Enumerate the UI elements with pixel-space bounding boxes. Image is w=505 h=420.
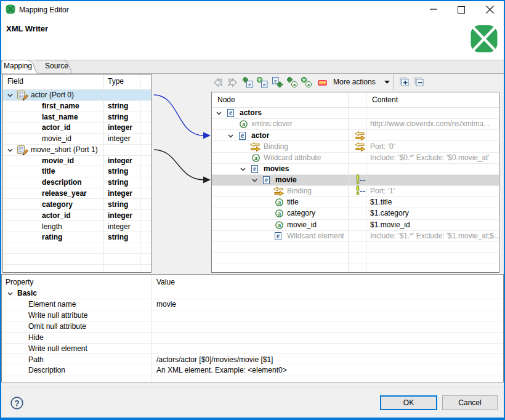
svg-text:e: e — [248, 81, 251, 87]
svg-text:e: e — [263, 81, 265, 87]
svg-text:a: a — [277, 199, 281, 206]
svg-text:e: e — [265, 176, 268, 184]
svg-text:a: a — [241, 121, 245, 127]
svg-text:a: a — [307, 82, 310, 87]
svg-text:e: e — [277, 232, 280, 240]
svg-text:e: e — [274, 78, 277, 84]
svg-text:a: a — [293, 82, 296, 87]
svg-text:a: a — [277, 210, 281, 217]
svg-text:e: e — [253, 165, 256, 172]
svg-text:a: a — [277, 222, 281, 228]
svg-text:a: a — [254, 155, 257, 161]
svg-text:e: e — [229, 109, 232, 116]
svg-text:?: ? — [14, 398, 20, 408]
svg-text:e: e — [241, 132, 244, 139]
